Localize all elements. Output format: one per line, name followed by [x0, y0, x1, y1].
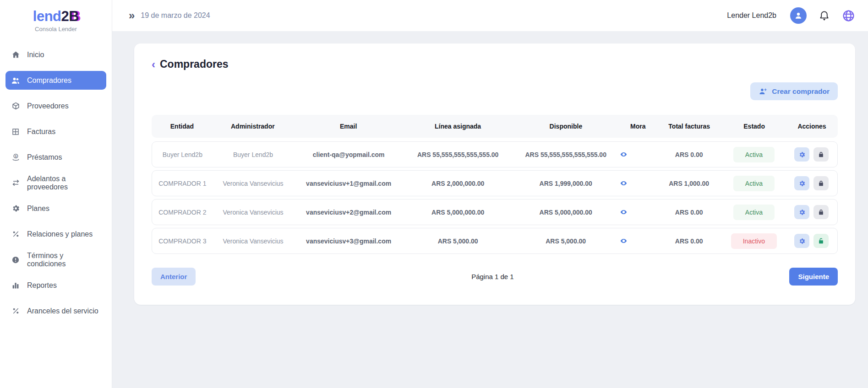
- logo-text: lend2B: [0, 8, 112, 25]
- coin-icon: $: [11, 153, 20, 162]
- percent-icon: [11, 307, 20, 316]
- cell-email: client-qa@yopmail.com: [293, 151, 404, 158]
- grid-icon: [11, 127, 20, 136]
- cell-email: vanseviciusv+3@gmail.com: [293, 237, 404, 245]
- current-date: 19 de marzo de 2024: [141, 11, 210, 20]
- sidebar: lend2B Consola Lender Inicio Compradores…: [0, 0, 112, 388]
- sidebar-item-label: Inicio: [27, 51, 44, 59]
- cell-total-facturas: ARS 0.00: [656, 237, 722, 245]
- pagination: Anterior Página 1 de 1 Siguiente: [152, 268, 838, 286]
- content-area: ‹ Compradores Crear comprador Entidad Ad…: [112, 31, 868, 388]
- sidebar-item-terminos[interactable]: Términos y condiciones: [5, 250, 106, 269]
- create-buyer-label: Crear comprador: [772, 87, 830, 96]
- back-chevron-icon[interactable]: ‹: [152, 59, 155, 70]
- table-row: COMPRADOR 2 Veronica Vansevicius vansevi…: [152, 199, 838, 225]
- percent-icon: [11, 230, 20, 239]
- col-total-facturas: Total facturas: [656, 123, 722, 130]
- eye-icon[interactable]: [620, 237, 628, 245]
- col-email: Email: [293, 123, 404, 130]
- sidebar-item-relaciones[interactable]: Relaciones y planes: [5, 225, 106, 243]
- sidebar-item-inicio[interactable]: Inicio: [5, 45, 106, 64]
- col-entidad: Entidad: [152, 123, 213, 130]
- table-row: COMPRADOR 1 Veronica Vansevicius vansevi…: [152, 170, 838, 196]
- sidebar-item-prestamos[interactable]: $ Préstamos: [5, 148, 106, 167]
- sidebar-item-adelantos[interactable]: Adelantos a proveedores: [5, 173, 106, 192]
- eye-icon[interactable]: [620, 179, 628, 187]
- globe-icon[interactable]: [842, 9, 855, 22]
- sidebar-item-label: Proveedores: [27, 102, 69, 110]
- sidebar-item-proveedores[interactable]: Proveedores: [5, 97, 106, 115]
- lock-icon[interactable]: [813, 205, 829, 219]
- bell-icon[interactable]: [819, 10, 830, 22]
- cell-entidad: Buyer Lend2b: [152, 151, 213, 158]
- sidebar-item-reportes[interactable]: Reportes: [5, 276, 106, 295]
- cell-disponible: ARS 5,000.00: [512, 237, 620, 245]
- sidebar-item-label: Reportes: [27, 281, 57, 290]
- sidebar-item-label: Términos y condiciones: [27, 252, 101, 268]
- top-bar: » 19 de marzo de 2024 Lender Lend2b: [112, 0, 868, 31]
- logo-2: 2: [61, 8, 69, 24]
- page-title: Compradores: [160, 58, 229, 70]
- col-disponible: Disponible: [512, 123, 620, 130]
- col-administrador: Administrador: [213, 123, 293, 130]
- cell-email: vanseviciusv+2@gmail.com: [293, 209, 404, 216]
- status-badge: Inactivo: [731, 233, 777, 249]
- cell-administrador: Veronica Vansevicius: [213, 180, 294, 187]
- cell-disponible: ARS 55,555,555,555,555.00: [512, 151, 620, 158]
- user-plus-icon: [759, 87, 767, 96]
- lock-icon[interactable]: [813, 176, 829, 190]
- col-mora: Mora: [620, 123, 656, 130]
- bar-chart-icon: [11, 281, 20, 290]
- gear-icon[interactable]: [794, 234, 809, 248]
- users-icon: [11, 76, 20, 85]
- sidebar-item-compradores[interactable]: Compradores: [5, 71, 106, 90]
- sidebar-nav: Inicio Compradores Proveedores Facturas …: [0, 45, 112, 320]
- cell-email: vanseviciusv+1@gmail.com: [293, 180, 404, 187]
- sidebar-item-label: Préstamos: [27, 153, 62, 162]
- create-buyer-button[interactable]: Crear comprador: [750, 82, 838, 100]
- table-header: Entidad Administrador Email Línea asigna…: [152, 115, 838, 138]
- cell-disponible: ARS 5,000,000.00: [512, 209, 620, 216]
- eye-icon[interactable]: [620, 151, 628, 158]
- col-linea-asignada: Línea asignada: [404, 123, 512, 130]
- sidebar-item-facturas[interactable]: Facturas: [5, 122, 106, 141]
- gear-icon[interactable]: [794, 205, 809, 219]
- compradores-card: ‹ Compradores Crear comprador Entidad Ad…: [134, 43, 855, 305]
- cell-linea-asignada: ARS 5,000,000.00: [404, 209, 512, 216]
- cell-total-facturas: ARS 0.00: [656, 209, 722, 216]
- next-page-button[interactable]: Siguiente: [789, 268, 838, 286]
- sidebar-item-label: Aranceles del servicio: [27, 307, 98, 315]
- gear-icon[interactable]: [794, 147, 809, 162]
- home-icon: [11, 50, 20, 59]
- cell-entidad: COMPRADOR 3: [152, 237, 213, 245]
- lock-icon[interactable]: [813, 147, 829, 162]
- sidebar-item-aranceles[interactable]: Aranceles del servicio: [5, 302, 106, 320]
- eye-icon[interactable]: [620, 208, 628, 216]
- sidebar-item-label: Relaciones y planes: [27, 230, 93, 238]
- page-info: Página 1 de 1: [471, 273, 514, 280]
- cell-entidad: COMPRADOR 1: [152, 180, 213, 187]
- sidebar-item-label: Planes: [27, 205, 49, 213]
- unlock-icon[interactable]: [813, 234, 829, 248]
- double-chevron-right-icon[interactable]: »: [129, 10, 133, 21]
- status-badge: Activa: [733, 205, 775, 220]
- brand-logo: lend2B Consola Lender: [0, 8, 112, 32]
- gear-icon[interactable]: [794, 176, 809, 190]
- main-area: » 19 de marzo de 2024 Lender Lend2b ‹ Co…: [112, 0, 868, 388]
- status-badge: Activa: [733, 176, 775, 191]
- table-row: Buyer Lend2b Buyer Lend2b client-qa@yopm…: [152, 141, 838, 167]
- cell-linea-asignada: ARS 2,000,000.00: [404, 180, 512, 187]
- col-acciones: Acciones: [786, 123, 838, 130]
- previous-page-button[interactable]: Anterior: [152, 268, 196, 286]
- user-avatar-icon[interactable]: [790, 7, 807, 24]
- cell-linea-asignada: ARS 55,555,555,555,555.00: [404, 151, 512, 158]
- table-row: COMPRADOR 3 Veronica Vansevicius vansevi…: [152, 228, 838, 254]
- sidebar-item-planes[interactable]: Planes: [5, 199, 106, 218]
- cell-disponible: ARS 1,999,000.00: [512, 180, 620, 187]
- sidebar-item-label: Facturas: [27, 128, 55, 136]
- swap-arrows-icon: [11, 178, 20, 188]
- cell-administrador: Veronica Vansevicius: [213, 237, 294, 245]
- col-estado: Estado: [722, 123, 786, 130]
- gear-icon: [11, 204, 20, 213]
- sidebar-item-label: Adelantos a proveedores: [27, 175, 101, 191]
